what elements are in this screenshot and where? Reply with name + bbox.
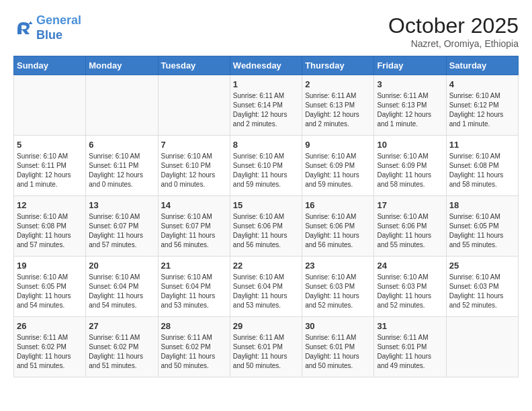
day-number: 18	[449, 200, 515, 210]
day-number: 25	[449, 261, 515, 271]
day-number: 1	[233, 79, 299, 89]
day-number: 23	[305, 261, 371, 271]
calendar-table: SundayMondayTuesdayWednesdayThursdayFrid…	[13, 56, 519, 377]
day-number: 10	[377, 140, 443, 150]
logo-icon	[13, 18, 34, 38]
calendar-cell	[158, 75, 230, 136]
day-info: Sunrise: 6:10 AM Sunset: 6:07 PM Dayligh…	[89, 212, 154, 250]
day-number: 9	[305, 140, 371, 150]
logo: General Blue	[13, 13, 81, 42]
day-info: Sunrise: 6:10 AM Sunset: 6:06 PM Dayligh…	[377, 212, 443, 250]
day-info: Sunrise: 6:10 AM Sunset: 6:04 PM Dayligh…	[89, 273, 154, 310]
day-info: Sunrise: 6:10 AM Sunset: 6:03 PM Dayligh…	[305, 273, 371, 310]
calendar-cell	[86, 75, 158, 136]
day-info: Sunrise: 6:10 AM Sunset: 6:09 PM Dayligh…	[377, 152, 443, 189]
day-info: Sunrise: 6:10 AM Sunset: 6:10 PM Dayligh…	[233, 152, 299, 189]
day-number: 6	[89, 140, 154, 150]
day-number: 15	[233, 200, 299, 210]
title-block: October 2025 Nazret, Oromiya, Ethiopia	[388, 13, 519, 49]
calendar-cell: 18Sunrise: 6:10 AM Sunset: 6:05 PM Dayli…	[446, 196, 518, 257]
day-number: 26	[17, 321, 83, 331]
day-info: Sunrise: 6:10 AM Sunset: 6:08 PM Dayligh…	[17, 212, 83, 250]
day-info: Sunrise: 6:10 AM Sunset: 6:08 PM Dayligh…	[449, 152, 515, 189]
day-info: Sunrise: 6:10 AM Sunset: 6:10 PM Dayligh…	[161, 152, 227, 189]
location-subtitle: Nazret, Oromiya, Ethiopia	[388, 38, 519, 49]
calendar-cell: 16Sunrise: 6:10 AM Sunset: 6:06 PM Dayli…	[302, 196, 374, 257]
calendar-cell: 21Sunrise: 6:10 AM Sunset: 6:04 PM Dayli…	[158, 257, 230, 317]
day-info: Sunrise: 6:11 AM Sunset: 6:13 PM Dayligh…	[305, 91, 371, 129]
calendar-cell: 26Sunrise: 6:11 AM Sunset: 6:02 PM Dayli…	[14, 317, 86, 377]
day-info: Sunrise: 6:11 AM Sunset: 6:02 PM Dayligh…	[89, 333, 154, 371]
weekday-header: Monday	[86, 56, 158, 75]
calendar-week-row: 26Sunrise: 6:11 AM Sunset: 6:02 PM Dayli…	[14, 317, 519, 377]
day-info: Sunrise: 6:10 AM Sunset: 6:05 PM Dayligh…	[17, 273, 83, 310]
day-number: 3	[377, 79, 443, 89]
day-number: 5	[17, 140, 83, 150]
day-number: 28	[161, 321, 227, 331]
weekday-header: Wednesday	[230, 56, 302, 75]
calendar-cell: 24Sunrise: 6:10 AM Sunset: 6:03 PM Dayli…	[374, 257, 446, 317]
weekday-header: Tuesday	[158, 56, 230, 75]
day-info: Sunrise: 6:11 AM Sunset: 6:01 PM Dayligh…	[233, 333, 299, 371]
calendar-cell: 23Sunrise: 6:10 AM Sunset: 6:03 PM Dayli…	[302, 257, 374, 317]
calendar-cell: 6Sunrise: 6:10 AM Sunset: 6:11 PM Daylig…	[86, 136, 158, 196]
day-info: Sunrise: 6:10 AM Sunset: 6:07 PM Dayligh…	[161, 212, 227, 250]
calendar-cell: 31Sunrise: 6:11 AM Sunset: 6:01 PM Dayli…	[374, 317, 446, 377]
day-info: Sunrise: 6:11 AM Sunset: 6:02 PM Dayligh…	[17, 333, 83, 371]
calendar-cell: 12Sunrise: 6:10 AM Sunset: 6:08 PM Dayli…	[14, 196, 86, 257]
weekday-header: Saturday	[446, 56, 518, 75]
day-info: Sunrise: 6:11 AM Sunset: 6:01 PM Dayligh…	[377, 333, 443, 371]
day-number: 4	[449, 79, 515, 89]
day-info: Sunrise: 6:10 AM Sunset: 6:04 PM Dayligh…	[161, 273, 227, 310]
day-number: 24	[377, 261, 443, 271]
day-info: Sunrise: 6:10 AM Sunset: 6:03 PM Dayligh…	[449, 273, 515, 310]
day-number: 14	[161, 200, 227, 210]
calendar-cell: 30Sunrise: 6:11 AM Sunset: 6:01 PM Dayli…	[302, 317, 374, 377]
calendar-cell: 8Sunrise: 6:10 AM Sunset: 6:10 PM Daylig…	[230, 136, 302, 196]
weekday-header: Sunday	[14, 56, 86, 75]
day-number: 21	[161, 261, 227, 271]
day-info: Sunrise: 6:11 AM Sunset: 6:01 PM Dayligh…	[305, 333, 371, 371]
day-number: 17	[377, 200, 443, 210]
day-number: 31	[377, 321, 443, 331]
day-number: 16	[305, 200, 371, 210]
calendar-cell: 17Sunrise: 6:10 AM Sunset: 6:06 PM Dayli…	[374, 196, 446, 257]
calendar-cell: 14Sunrise: 6:10 AM Sunset: 6:07 PM Dayli…	[158, 196, 230, 257]
calendar-cell: 29Sunrise: 6:11 AM Sunset: 6:01 PM Dayli…	[230, 317, 302, 377]
calendar-cell: 22Sunrise: 6:10 AM Sunset: 6:04 PM Dayli…	[230, 257, 302, 317]
day-number: 22	[233, 261, 299, 271]
calendar-cell: 7Sunrise: 6:10 AM Sunset: 6:10 PM Daylig…	[158, 136, 230, 196]
day-number: 19	[17, 261, 83, 271]
day-info: Sunrise: 6:10 AM Sunset: 6:05 PM Dayligh…	[449, 212, 515, 250]
day-info: Sunrise: 6:10 AM Sunset: 6:03 PM Dayligh…	[377, 273, 443, 310]
day-number: 7	[161, 140, 227, 150]
calendar-cell: 13Sunrise: 6:10 AM Sunset: 6:07 PM Dayli…	[86, 196, 158, 257]
day-info: Sunrise: 6:10 AM Sunset: 6:11 PM Dayligh…	[17, 152, 83, 189]
day-number: 20	[89, 261, 154, 271]
calendar-cell: 5Sunrise: 6:10 AM Sunset: 6:11 PM Daylig…	[14, 136, 86, 196]
day-number: 29	[233, 321, 299, 331]
calendar-cell: 10Sunrise: 6:10 AM Sunset: 6:09 PM Dayli…	[374, 136, 446, 196]
day-info: Sunrise: 6:10 AM Sunset: 6:06 PM Dayligh…	[233, 212, 299, 250]
calendar-cell: 19Sunrise: 6:10 AM Sunset: 6:05 PM Dayli…	[14, 257, 86, 317]
day-info: Sunrise: 6:11 AM Sunset: 6:14 PM Dayligh…	[233, 91, 299, 129]
weekday-header-row: SundayMondayTuesdayWednesdayThursdayFrid…	[14, 56, 519, 75]
day-number: 8	[233, 140, 299, 150]
day-number: 30	[305, 321, 371, 331]
calendar-cell: 4Sunrise: 6:10 AM Sunset: 6:12 PM Daylig…	[446, 75, 518, 136]
day-info: Sunrise: 6:11 AM Sunset: 6:13 PM Dayligh…	[377, 91, 443, 129]
calendar-cell: 27Sunrise: 6:11 AM Sunset: 6:02 PM Dayli…	[86, 317, 158, 377]
day-info: Sunrise: 6:10 AM Sunset: 6:09 PM Dayligh…	[305, 152, 371, 189]
calendar-cell	[14, 75, 86, 136]
calendar-week-row: 1Sunrise: 6:11 AM Sunset: 6:14 PM Daylig…	[14, 75, 519, 136]
calendar-cell: 20Sunrise: 6:10 AM Sunset: 6:04 PM Dayli…	[86, 257, 158, 317]
day-info: Sunrise: 6:10 AM Sunset: 6:04 PM Dayligh…	[233, 273, 299, 310]
day-info: Sunrise: 6:10 AM Sunset: 6:12 PM Dayligh…	[449, 91, 515, 129]
calendar-cell: 2Sunrise: 6:11 AM Sunset: 6:13 PM Daylig…	[302, 75, 374, 136]
calendar-week-row: 19Sunrise: 6:10 AM Sunset: 6:05 PM Dayli…	[14, 257, 519, 317]
weekday-header: Thursday	[302, 56, 374, 75]
day-number: 27	[89, 321, 154, 331]
page-header: General Blue October 2025 Nazret, Oromiy…	[13, 13, 519, 49]
calendar-week-row: 12Sunrise: 6:10 AM Sunset: 6:08 PM Dayli…	[14, 196, 519, 257]
day-number: 11	[449, 140, 515, 150]
